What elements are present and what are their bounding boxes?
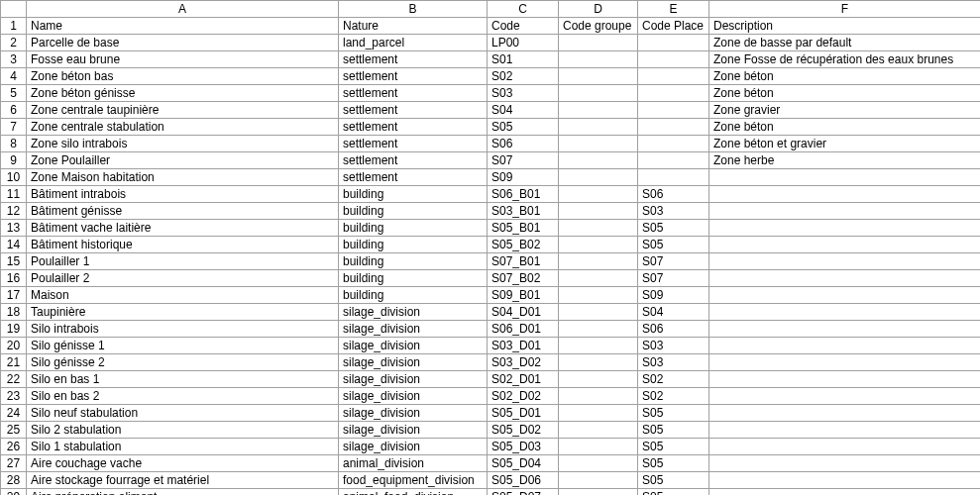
cell[interactable]: Zone béton xyxy=(709,85,981,102)
cell[interactable] xyxy=(709,354,981,371)
cell[interactable] xyxy=(709,455,981,472)
cell[interactable]: Aire préparation aliment xyxy=(27,489,339,496)
row-number[interactable]: 7 xyxy=(1,119,27,136)
cell[interactable]: building xyxy=(339,203,488,220)
cell[interactable] xyxy=(709,338,981,354)
cell[interactable] xyxy=(559,203,638,220)
cell[interactable] xyxy=(559,489,638,496)
row-number[interactable]: 1 xyxy=(1,18,27,35)
cell[interactable]: S07_B02 xyxy=(488,270,559,287)
cell[interactable]: settlement xyxy=(339,136,488,152)
cell[interactable]: Zone gravier xyxy=(709,102,981,119)
cell[interactable]: settlement xyxy=(339,68,488,85)
cell[interactable]: Nature xyxy=(339,18,488,35)
cell[interactable] xyxy=(559,152,638,169)
cell[interactable]: S05_D07 xyxy=(488,489,559,496)
cell[interactable] xyxy=(709,304,981,321)
cell[interactable] xyxy=(709,371,981,388)
row-number[interactable]: 11 xyxy=(1,186,27,203)
cell[interactable] xyxy=(559,186,638,203)
cell[interactable] xyxy=(559,220,638,237)
cell[interactable] xyxy=(709,169,981,186)
cell[interactable]: S02 xyxy=(638,388,709,405)
cell[interactable]: S05 xyxy=(488,119,559,136)
cell[interactable]: Maison xyxy=(27,287,339,304)
cell[interactable]: S05_D02 xyxy=(488,422,559,439)
cell[interactable] xyxy=(559,422,638,439)
cell[interactable]: S03 xyxy=(638,354,709,371)
cell[interactable] xyxy=(709,253,981,270)
cell[interactable]: Zone béton xyxy=(709,119,981,136)
col-header-e[interactable]: E xyxy=(638,1,709,18)
cell[interactable]: building xyxy=(339,220,488,237)
cell[interactable] xyxy=(709,439,981,455)
cell[interactable]: S02 xyxy=(638,371,709,388)
cell[interactable]: S05 xyxy=(638,237,709,253)
row-number[interactable]: 14 xyxy=(1,237,27,253)
cell[interactable]: Zone de basse par default xyxy=(709,35,981,51)
cell[interactable] xyxy=(559,287,638,304)
cell[interactable]: S05 xyxy=(638,455,709,472)
cell[interactable]: S01 xyxy=(488,51,559,68)
cell[interactable] xyxy=(559,253,638,270)
cell[interactable]: silage_division xyxy=(339,371,488,388)
cell[interactable]: settlement xyxy=(339,169,488,186)
cell[interactable]: S02_D01 xyxy=(488,371,559,388)
cell[interactable] xyxy=(709,472,981,489)
cell[interactable]: silage_division xyxy=(339,388,488,405)
cell[interactable] xyxy=(709,186,981,203)
cell[interactable]: S04_D01 xyxy=(488,304,559,321)
row-number[interactable]: 21 xyxy=(1,354,27,371)
cell[interactable]: Silo génisse 1 xyxy=(27,338,339,354)
cell[interactable]: building xyxy=(339,270,488,287)
cell[interactable]: S06 xyxy=(638,186,709,203)
cell[interactable]: silage_division xyxy=(339,304,488,321)
row-number[interactable]: 12 xyxy=(1,203,27,220)
cell[interactable] xyxy=(559,455,638,472)
cell[interactable]: settlement xyxy=(339,119,488,136)
cell[interactable]: Code groupe xyxy=(559,18,638,35)
cell[interactable] xyxy=(709,287,981,304)
row-number[interactable]: 28 xyxy=(1,472,27,489)
col-header-d[interactable]: D xyxy=(559,1,638,18)
cell[interactable]: S05 xyxy=(638,405,709,422)
cell[interactable]: food_equipment_division xyxy=(339,472,488,489)
cell[interactable]: S07 xyxy=(488,152,559,169)
row-number[interactable]: 8 xyxy=(1,136,27,152)
cell[interactable]: settlement xyxy=(339,85,488,102)
cell[interactable] xyxy=(559,102,638,119)
cell[interactable]: S03_D01 xyxy=(488,338,559,354)
cell[interactable]: S03 xyxy=(638,338,709,354)
cell[interactable]: S07 xyxy=(638,270,709,287)
cell[interactable]: Silo intrabois xyxy=(27,321,339,338)
cell[interactable]: building xyxy=(339,186,488,203)
cell[interactable]: S04 xyxy=(638,304,709,321)
cell[interactable] xyxy=(709,388,981,405)
cell[interactable]: silage_division xyxy=(339,439,488,455)
cell[interactable]: S03_D02 xyxy=(488,354,559,371)
cell[interactable] xyxy=(638,169,709,186)
cell[interactable]: S02 xyxy=(488,68,559,85)
row-number[interactable]: 6 xyxy=(1,102,27,119)
cell[interactable]: Zone centrale taupinière xyxy=(27,102,339,119)
cell[interactable]: Zone Fosse de récupération des eaux brun… xyxy=(709,51,981,68)
cell[interactable]: Zone béton xyxy=(709,68,981,85)
cell[interactable]: S03_B01 xyxy=(488,203,559,220)
row-number[interactable]: 10 xyxy=(1,169,27,186)
cell[interactable]: S06_D01 xyxy=(488,321,559,338)
cell[interactable]: Zone béton bas xyxy=(27,68,339,85)
cell[interactable]: Silo 2 stabulation xyxy=(27,422,339,439)
cell[interactable]: Poulailler 1 xyxy=(27,253,339,270)
cell[interactable]: S06_B01 xyxy=(488,186,559,203)
cell[interactable]: S07 xyxy=(638,253,709,270)
cell[interactable]: S09_B01 xyxy=(488,287,559,304)
row-number[interactable]: 22 xyxy=(1,371,27,388)
cell[interactable]: Zone Poulailler xyxy=(27,152,339,169)
cell[interactable]: silage_division xyxy=(339,405,488,422)
cell[interactable]: S05 xyxy=(638,472,709,489)
row-number[interactable]: 9 xyxy=(1,152,27,169)
cell[interactable] xyxy=(638,152,709,169)
row-number[interactable]: 18 xyxy=(1,304,27,321)
cell[interactable]: S05_B01 xyxy=(488,220,559,237)
cell[interactable] xyxy=(559,388,638,405)
